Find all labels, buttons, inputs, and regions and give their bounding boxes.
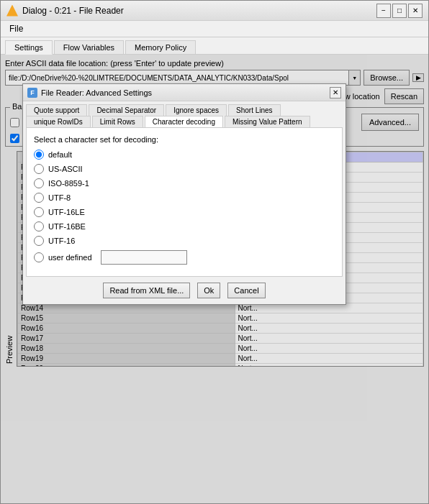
adv-title-text: File Reader: Advanced Settings bbox=[41, 88, 152, 97]
radio-utf8-input[interactable] bbox=[34, 193, 44, 203]
tab-memory-policy[interactable]: Memory Policy bbox=[125, 40, 196, 54]
radio-iso8859-input[interactable] bbox=[34, 178, 44, 188]
radio-utf16: UTF-16 bbox=[34, 236, 335, 246]
radio-iso8859: ISO-8859-1 bbox=[34, 178, 335, 188]
menu-bar: File bbox=[1, 21, 428, 37]
adv-tab-character-decoding[interactable]: Character decoding bbox=[145, 116, 223, 128]
app-icon bbox=[6, 5, 18, 17]
minimize-button[interactable]: − bbox=[376, 4, 391, 18]
radio-userdefined-label: user defined bbox=[48, 253, 92, 262]
adv-tab-short-lines[interactable]: Short Lines bbox=[228, 104, 281, 116]
ok-button[interactable]: Ok bbox=[197, 283, 220, 298]
adv-tab-ignore-spaces[interactable]: Ignore spaces bbox=[166, 104, 227, 116]
radio-usascii: US-ASCII bbox=[34, 164, 335, 174]
radio-utf8: UTF-8 bbox=[34, 193, 335, 203]
radio-usascii-input[interactable] bbox=[34, 164, 44, 174]
title-bar: Dialog - 0:21 - File Reader − □ ✕ bbox=[1, 1, 428, 21]
radio-utf8-label: UTF-8 bbox=[48, 193, 71, 202]
adv-close-button[interactable]: ✕ bbox=[330, 87, 341, 98]
tabs-bar: Settings Flow Variables Memory Policy bbox=[1, 37, 428, 55]
adv-section-label: Select a character set for decoding: bbox=[34, 135, 335, 144]
cancel-button[interactable]: Cancel bbox=[227, 283, 265, 298]
adv-title-icon: F bbox=[27, 88, 37, 98]
radio-usascii-label: US-ASCII bbox=[48, 165, 83, 173]
adv-tab-decimal-separator[interactable]: Decimal Separator bbox=[89, 104, 164, 116]
radio-utf16be-input[interactable] bbox=[34, 221, 44, 232]
adv-tab-missing-value[interactable]: Missing Value Pattern bbox=[225, 116, 310, 127]
radio-utf16le-label: UTF-16LE bbox=[48, 208, 85, 216]
main-content: Enter ASCII data file location: (press '… bbox=[1, 55, 428, 503]
adv-tab-limit-rows[interactable]: Limit Rows bbox=[92, 116, 143, 127]
radio-default-input[interactable] bbox=[34, 150, 44, 160]
main-window: Dialog - 0:21 - File Reader − □ ✕ File S… bbox=[0, 0, 429, 504]
window-title: Dialog - 0:21 - File Reader bbox=[22, 6, 124, 16]
adv-tab-quote-support[interactable]: Quote support bbox=[26, 104, 87, 116]
window-controls: − □ ✕ bbox=[376, 4, 423, 18]
read-xml-button[interactable]: Read from XML file... bbox=[103, 283, 190, 298]
radio-utf16le-input[interactable] bbox=[34, 207, 44, 217]
radio-utf16be: UTF-16BE bbox=[34, 221, 335, 232]
maximize-button[interactable]: □ bbox=[392, 4, 407, 18]
radio-userdefined: user defined bbox=[34, 250, 335, 265]
adv-dialog-content: Select a character set for decoding: def… bbox=[26, 127, 343, 277]
adv-footer: Read from XML file... Ok Cancel bbox=[23, 277, 346, 304]
adv-tab-unique-rowids[interactable]: unique RowIDs bbox=[26, 116, 91, 127]
close-button[interactable]: ✕ bbox=[408, 4, 423, 18]
modal-overlay: F File Reader: Advanced Settings ✕ Quote… bbox=[1, 55, 428, 503]
user-defined-text-field[interactable] bbox=[101, 250, 187, 265]
tab-flow-variables[interactable]: Flow Variables bbox=[54, 40, 124, 54]
radio-default-label: default bbox=[48, 150, 72, 159]
adv-tabs: Quote support Decimal Separator Ignore s… bbox=[23, 101, 346, 127]
radio-iso8859-label: ISO-8859-1 bbox=[48, 179, 89, 188]
file-menu[interactable]: File bbox=[5, 22, 27, 35]
adv-title-bar: F File Reader: Advanced Settings ✕ bbox=[23, 84, 346, 101]
radio-default: default bbox=[34, 150, 335, 160]
tab-settings[interactable]: Settings bbox=[5, 40, 53, 55]
radio-utf16-label: UTF-16 bbox=[48, 237, 75, 245]
radio-userdefined-input[interactable] bbox=[34, 252, 44, 262]
radio-utf16le: UTF-16LE bbox=[34, 207, 335, 217]
advanced-dialog: F File Reader: Advanced Settings ✕ Quote… bbox=[22, 83, 346, 305]
radio-utf16be-label: UTF-16BE bbox=[48, 222, 86, 231]
radio-utf16-input[interactable] bbox=[34, 236, 44, 246]
